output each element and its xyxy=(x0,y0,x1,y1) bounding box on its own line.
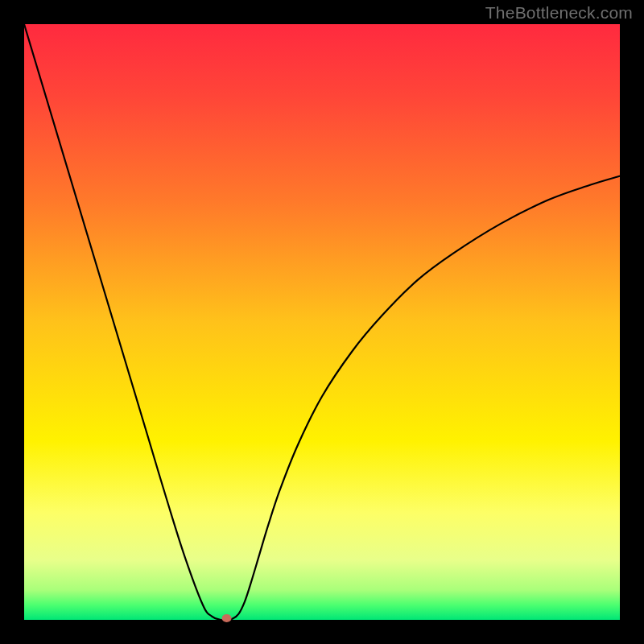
bottleneck-chart xyxy=(0,0,644,644)
chart-frame: { "watermark": "TheBottleneck.com", "cha… xyxy=(0,0,644,644)
optimal-marker xyxy=(222,614,232,622)
watermark-text: TheBottleneck.com xyxy=(485,3,633,23)
